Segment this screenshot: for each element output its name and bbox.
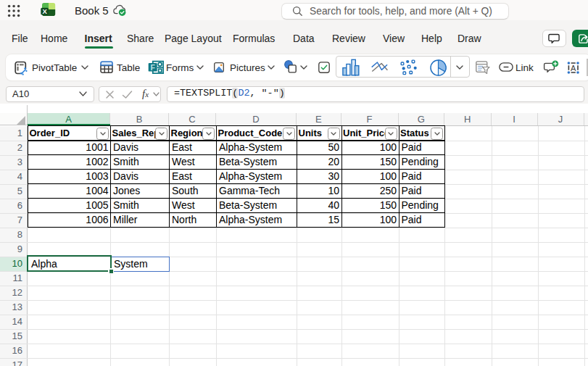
svg-text:A: A [571, 64, 576, 72]
svg-text:X: X [42, 7, 47, 14]
svg-text:F: F [150, 63, 155, 72]
